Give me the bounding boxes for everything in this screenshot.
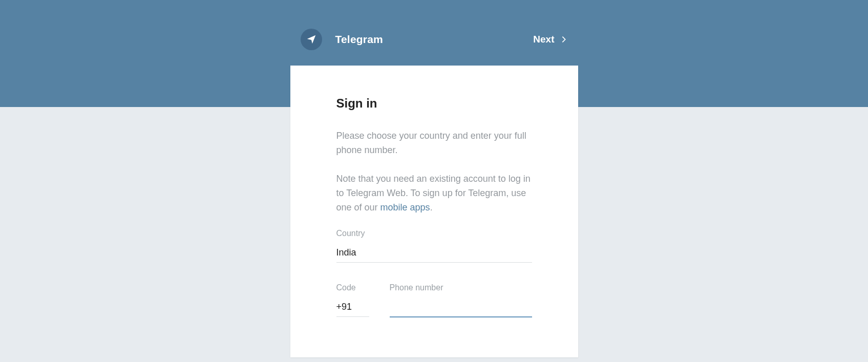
note-prefix: Note that you need an existing account t… xyxy=(336,174,531,212)
code-label: Code xyxy=(336,283,369,292)
country-input[interactable] xyxy=(336,244,532,263)
instruction-text: Please choose your country and enter you… xyxy=(336,129,532,158)
next-button-label: Next xyxy=(533,34,554,45)
phone-label: Phone number xyxy=(390,283,532,292)
chevron-right-icon xyxy=(560,35,568,44)
note-period: . xyxy=(430,202,433,212)
card-title: Sign in xyxy=(336,96,532,111)
country-label: Country xyxy=(336,229,532,238)
note-text: Note that you need an existing account t… xyxy=(336,172,532,215)
app-name: Telegram xyxy=(335,33,383,46)
brand: Telegram xyxy=(301,29,383,50)
phone-row: Code Phone number xyxy=(336,283,532,317)
country-field: Country xyxy=(336,229,532,263)
telegram-logo-icon xyxy=(301,29,322,50)
code-input[interactable] xyxy=(336,299,369,317)
mobile-apps-link[interactable]: mobile apps xyxy=(380,202,430,212)
phone-input[interactable] xyxy=(390,299,532,317)
phone-field: Phone number xyxy=(390,283,532,317)
signin-card: Sign in Please choose your country and e… xyxy=(290,66,578,357)
code-field: Code xyxy=(336,283,369,317)
main-container: Telegram Next Sign in Please choose your… xyxy=(290,0,578,357)
top-bar: Telegram Next xyxy=(290,0,578,66)
next-button[interactable]: Next xyxy=(533,34,567,45)
